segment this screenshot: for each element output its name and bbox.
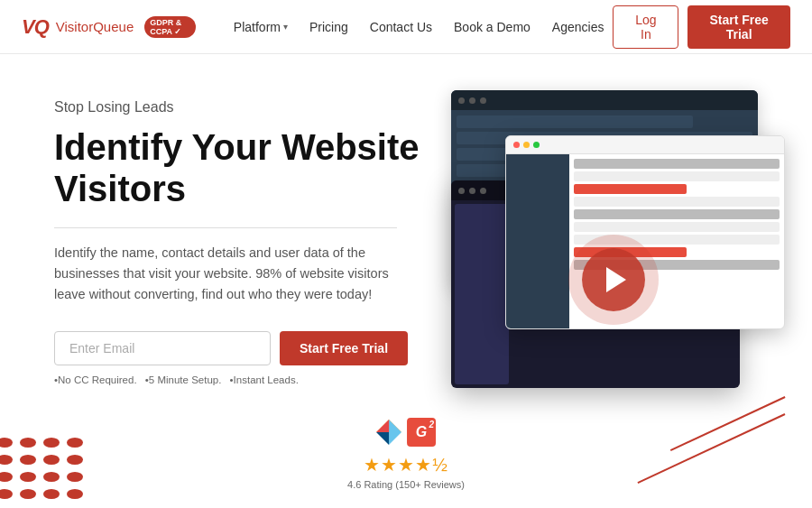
hero-subtitle: Stop Losing Leads <box>54 99 451 115</box>
ss-mrow-5 <box>574 209 780 219</box>
ss-back-titlebar <box>451 90 758 110</box>
ss-fdot-3 <box>480 188 486 194</box>
svg-marker-2 <box>376 432 389 445</box>
email-input[interactable] <box>54 331 271 365</box>
ss-fdot-2 <box>469 188 475 194</box>
gdpr-badge: GDPR & CCPA ✓ <box>144 16 196 38</box>
hero-description: Identify the name, contact details and u… <box>54 243 397 306</box>
login-button[interactable]: Log In <box>613 5 678 49</box>
ss-mrow-3 <box>574 184 687 194</box>
ss-mid-body <box>506 154 784 328</box>
capterra-icon <box>376 420 401 445</box>
screenshot-mid <box>505 135 785 329</box>
rd-8 <box>20 455 36 465</box>
play-icon <box>606 267 626 292</box>
nav-pricing[interactable]: Pricing <box>300 14 357 40</box>
rating-logos: G2 <box>376 418 436 447</box>
rd-13 <box>20 472 36 482</box>
nav-contact[interactable]: Contact Us <box>361 14 441 40</box>
rd-10 <box>67 455 83 465</box>
ss-mid-sidebar <box>506 154 569 328</box>
ss-dot-3 <box>480 97 486 104</box>
rd-20 <box>67 489 83 499</box>
hero-section: Stop Losing Leads Identify Your Website … <box>0 54 812 508</box>
ss-dot-1 <box>458 97 465 104</box>
ss-mrow-2 <box>574 171 780 181</box>
ss-mrow-4 <box>574 197 780 207</box>
rating-stars: ★★★★½ <box>364 454 448 476</box>
red-lines-decoration <box>604 343 785 433</box>
nav-agencies[interactable]: Agencies <box>543 14 614 40</box>
g2-badge: G2 <box>407 418 436 447</box>
ss-fdot-1 <box>458 188 465 194</box>
rd-14 <box>43 472 60 482</box>
logo-area: VQ VisitorQueue GDPR & CCPA ✓ <box>22 15 196 39</box>
rd-7 <box>0 455 13 465</box>
logo-text: VisitorQueue <box>56 19 134 34</box>
rating-area: G2 ★★★★½ 4.6 Rating (150+ Reviews) <box>347 418 465 490</box>
svg-marker-3 <box>376 420 389 432</box>
red-dots-decoration <box>0 438 83 499</box>
rd-2 <box>0 438 13 448</box>
ss-row-1 <box>457 115 693 128</box>
rd-3 <box>20 438 36 448</box>
rd-12 <box>0 472 13 482</box>
rd-4 <box>43 438 60 448</box>
ss-sidebar <box>455 204 509 384</box>
nav-actions: Log In Start Free Trial <box>613 5 790 49</box>
nav-platform[interactable]: Platform ▾ <box>225 14 297 40</box>
rating-text: 4.6 Rating (150+ Reviews) <box>347 479 465 490</box>
hero-divider <box>54 227 397 228</box>
ss-mid-dot-y <box>523 142 530 148</box>
rd-18 <box>20 489 36 499</box>
rd-19 <box>43 489 60 499</box>
chevron-down-icon: ▾ <box>283 22 288 32</box>
ss-mrow-7 <box>574 235 780 245</box>
form-note: •No CC Required. •5 Minute Setup. •Insta… <box>54 374 451 385</box>
rd-15 <box>67 472 83 482</box>
logo-vq: VQ <box>22 15 49 39</box>
ss-mid-titlebar <box>506 136 784 154</box>
rd-9 <box>43 455 60 465</box>
ss-mid-dot-g <box>533 142 540 148</box>
nav-demo[interactable]: Book a Demo <box>445 14 540 40</box>
ss-mrow-1 <box>574 159 780 169</box>
play-button[interactable] <box>582 248 645 311</box>
trial-button-main[interactable]: Start Free Trial <box>280 331 408 365</box>
rd-5 <box>67 438 83 448</box>
nav-links: Platform ▾ Pricing Contact Us Book a Dem… <box>225 14 614 40</box>
svg-marker-1 <box>389 420 401 445</box>
hero-left: Stop Losing Leads Identify Your Website … <box>54 90 451 385</box>
ss-dot-2 <box>469 97 475 104</box>
hero-right <box>469 90 758 469</box>
ss-mrow-6 <box>574 222 780 232</box>
hero-title: Identify Your Website Visitors <box>54 126 451 209</box>
trial-button-nav[interactable]: Start Free Trial <box>687 5 790 49</box>
ss-mid-dot-r <box>513 142 520 148</box>
navbar: VQ VisitorQueue GDPR & CCPA ✓ Platform ▾… <box>0 0 812 54</box>
email-form: Start Free Trial <box>54 331 451 365</box>
rd-17 <box>0 489 13 499</box>
